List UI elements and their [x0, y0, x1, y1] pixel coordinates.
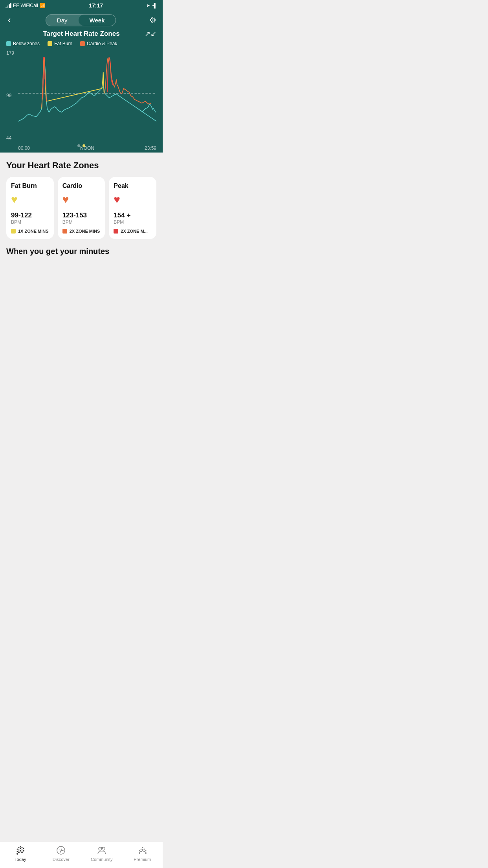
- chart-title-row: Target Heart Rate Zones ↗↙: [6, 30, 156, 38]
- day-toggle-btn[interactable]: Day: [46, 15, 79, 26]
- expand-button[interactable]: ↗↙: [145, 29, 156, 38]
- fat-burn-zone-name: Fat Burn: [11, 182, 49, 189]
- cardio-peak-label: Cardio & Peak: [87, 41, 117, 46]
- fat-burn-dot: [48, 41, 52, 46]
- peak-heart-icon: ♥: [114, 193, 152, 206]
- y-label-44: 44: [6, 135, 14, 141]
- below-zones-dot: [6, 41, 11, 46]
- legend-below-zones: Below zones: [6, 41, 40, 46]
- settings-button[interactable]: ⚙: [149, 15, 156, 25]
- cardio-zone-name: Cardio: [62, 182, 101, 189]
- chart-title: Target Heart Rate Zones: [43, 30, 119, 38]
- when-section: When you get your minutes: [6, 247, 156, 256]
- peak-mins-dot: [114, 229, 118, 234]
- fat-burn-label: Fat Burn: [54, 41, 72, 46]
- cardio-bpm-label: BPM: [62, 219, 101, 225]
- week-toggle-btn[interactable]: Week: [79, 15, 116, 26]
- peak-mins-label: 2X ZONE M...: [121, 229, 147, 234]
- carrier-label: EE WiFiCall: [13, 3, 38, 8]
- fat-burn-mins-label: 1X ZONE MINS: [18, 229, 49, 234]
- x-label-end: 23:59: [145, 145, 156, 151]
- heart-rate-chart: 179 99 44 00:00 NOON 23:59: [6, 50, 156, 153]
- zones-section-title: Your Heart Rate Zones: [6, 160, 156, 171]
- cardio-mins-label: 2X ZONE MINS: [70, 229, 100, 234]
- cardio-heart-icon: ♥: [62, 193, 101, 206]
- chart-dot-1: [77, 144, 80, 147]
- fat-burn-mins-dot: [11, 229, 16, 234]
- time-display: 17:17: [89, 2, 103, 9]
- status-bar: EE WiFiCall 📶 17:17 ➤ ▪▌: [0, 0, 163, 10]
- chart-legend: Below zones Fat Burn Cardio & Peak: [6, 41, 156, 46]
- chart-x-labels: 00:00 NOON 23:59: [18, 144, 156, 153]
- signal-icon: [6, 3, 11, 8]
- legend-fat-burn: Fat Burn: [48, 41, 72, 46]
- chart-dot-2: [83, 144, 85, 147]
- fat-burn-card: Fat Burn ♥ 99-122 BPM 1X ZONE MINS: [6, 177, 54, 239]
- location-icon: ➤: [146, 3, 150, 8]
- cardio-zone-mins: 2X ZONE MINS: [62, 229, 101, 234]
- when-title: When you get your minutes: [6, 247, 156, 256]
- body-content: Your Heart Rate Zones Fat Burn ♥ 99-122 …: [0, 153, 163, 298]
- cardio-mins-dot: [62, 229, 67, 234]
- wifi-icon: 📶: [40, 3, 46, 8]
- chart-y-labels: 179 99 44: [6, 50, 14, 141]
- fat-burn-bpm-label: BPM: [11, 219, 49, 225]
- fat-burn-bpm: 99-122: [11, 211, 49, 219]
- y-label-99: 99: [6, 93, 14, 98]
- x-label-start: 00:00: [18, 145, 30, 151]
- back-button[interactable]: ‹: [6, 13, 12, 27]
- peak-bpm-label: BPM: [114, 219, 152, 225]
- chart-section: Target Heart Rate Zones ↗↙ Below zones F…: [0, 27, 163, 153]
- status-left: EE WiFiCall 📶: [6, 3, 46, 8]
- peak-card: Peak ♥ 154 + BPM 2X ZONE M...: [109, 177, 156, 239]
- peak-zone-name: Peak: [114, 182, 152, 189]
- fat-burn-heart-icon: ♥: [11, 193, 49, 206]
- peak-zone-mins: 2X ZONE M...: [114, 229, 152, 234]
- status-right: ➤ ▪▌: [146, 3, 157, 8]
- battery-icon: ▪▌: [152, 3, 157, 8]
- zones-grid: Fat Burn ♥ 99-122 BPM 1X ZONE MINS Cardi…: [6, 177, 156, 239]
- chart-svg: [18, 50, 156, 131]
- cardio-peak-dot: [80, 41, 85, 46]
- legend-cardio-peak: Cardio & Peak: [80, 41, 117, 46]
- day-week-toggle[interactable]: Day Week: [46, 14, 116, 26]
- header: ‹ Day Week ⚙: [0, 10, 163, 27]
- cardio-bpm: 123-153: [62, 211, 101, 219]
- peak-bpm: 154 +: [114, 211, 152, 219]
- y-label-179: 179: [6, 50, 14, 56]
- cardio-card: Cardio ♥ 123-153 BPM 2X ZONE MINS: [58, 177, 105, 239]
- chart-page-dots: [77, 144, 85, 147]
- below-zones-label: Below zones: [13, 41, 40, 46]
- fat-burn-zone-mins: 1X ZONE MINS: [11, 229, 49, 234]
